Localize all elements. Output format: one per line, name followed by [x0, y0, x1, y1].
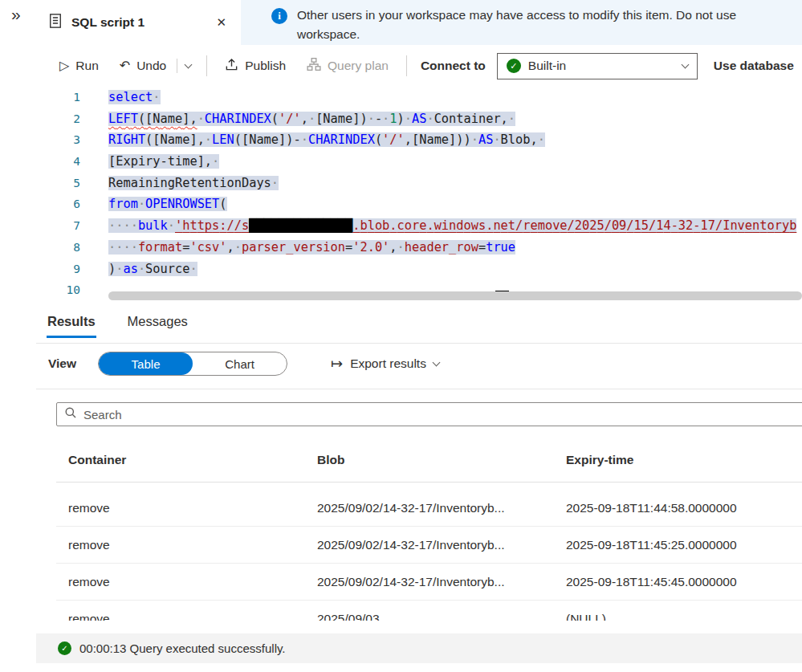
line-number[interactable]: 5 — [36, 173, 80, 194]
chevron-down-icon — [432, 359, 440, 367]
search-icon — [64, 406, 77, 422]
tab-results[interactable]: Results — [47, 307, 96, 338]
use-database-button[interactable]: Use database — [714, 59, 794, 73]
publish-icon — [225, 58, 238, 75]
line-number[interactable]: 7 — [36, 215, 80, 237]
status-bar: ✓ 00:00:13 Query executed successfully. — [36, 633, 802, 663]
line-number[interactable]: 2 — [36, 108, 80, 130]
line-number[interactable]: 9 — [36, 259, 80, 280]
banner-line-2: workspace. — [297, 27, 360, 41]
close-icon[interactable]: ✕ — [213, 14, 230, 31]
main-area: SQL script 1 ✕ i Other users in your wor… — [36, 0, 802, 672]
chevron-down-icon — [681, 61, 689, 69]
code-line[interactable]: 5RemainingRetentionDays· — [36, 173, 802, 194]
table-cell: remove — [56, 538, 305, 552]
export-label: Export results — [350, 356, 426, 371]
results-grid: Container Blob Expiry-time remove2025/09… — [56, 438, 802, 621]
line-number[interactable]: 4 — [36, 151, 80, 173]
success-check-icon: ✓ — [58, 641, 71, 655]
code-line[interactable]: 2LEFT([Name],·CHARINDEX('/',·[Name])·-·1… — [36, 108, 802, 130]
code-line-text: RIGHT([Name],·LEN([Name])-·CHARINDEX('/'… — [80, 129, 545, 151]
table-cell: 2025/09/03 — [305, 612, 554, 621]
run-label: Run — [75, 59, 98, 73]
connection-dropdown[interactable]: ✓ Built-in — [497, 53, 698, 79]
code-line[interactable]: 4[Expiry-time],· — [36, 151, 802, 173]
query-plan-icon — [307, 57, 321, 75]
horizontal-scrollbar[interactable] — [108, 291, 802, 300]
code-line-text: )·as·Source· — [80, 259, 197, 280]
table-cell: remove — [56, 501, 305, 515]
export-icon: ↦ — [331, 355, 343, 373]
code-line-text: select· — [80, 87, 161, 108]
table-row[interactable]: remove2025/09/03(NULL) — [56, 601, 802, 621]
view-label: View — [48, 356, 76, 371]
top-bar: SQL script 1 ✕ i Other users in your wor… — [36, 0, 802, 45]
view-bar: View Table Chart ↦ Export results — [36, 344, 802, 384]
search-box — [56, 402, 802, 426]
query-plan-button[interactable]: Query plan — [296, 51, 399, 80]
undo-label: Undo — [136, 59, 166, 73]
column-header-expiry-time[interactable]: Expiry-time — [554, 453, 802, 467]
line-number[interactable]: 8 — [36, 237, 80, 259]
expand-sidebar-button[interactable]: » — [11, 5, 21, 24]
connected-check-icon: ✓ — [507, 59, 521, 73]
toolbar: ▷ Run ↶ Undo Publish — [36, 45, 802, 87]
publish-button[interactable]: Publish — [214, 51, 296, 80]
code-line-text: LEFT([Name],·CHARINDEX('/',·[Name])·-·1)… — [80, 108, 515, 130]
code-editor[interactable]: 1select·2LEFT([Name],·CHARINDEX('/',·[Na… — [36, 87, 802, 302]
table-cell: 2025-09-18T11:45:45.0000000 — [554, 575, 802, 589]
banner-text: Other users in your workspace may have a… — [297, 6, 736, 44]
column-header-container[interactable]: Container — [56, 453, 305, 467]
tab-sql-script[interactable]: SQL script 1 ✕ — [36, 0, 241, 45]
connect-to-label: Connect to — [421, 59, 486, 73]
toolbar-separator — [406, 55, 407, 76]
search-row — [36, 389, 802, 426]
tab-title: SQL script 1 — [71, 15, 205, 30]
undo-icon: ↶ — [120, 59, 130, 72]
code-line-text: [Expiry-time],· — [80, 151, 219, 173]
run-button[interactable]: ▷ Run — [49, 51, 109, 80]
search-input[interactable] — [83, 408, 802, 422]
info-banner: i Other users in your workspace may have… — [241, 0, 802, 45]
code-line[interactable]: 1select· — [36, 87, 802, 108]
grid-header: Container Blob Expiry-time — [56, 438, 802, 483]
status-message: 00:00:13 Query executed successfully. — [79, 641, 286, 655]
view-table-button[interactable]: Table — [99, 352, 193, 375]
table-row[interactable]: remove2025/09/02/14-32-17/Inventoryb...2… — [56, 490, 802, 527]
table-cell: (NULL) — [554, 612, 802, 621]
code-area: 1select·2LEFT([Name],·CHARINDEX('/',·[Na… — [36, 87, 802, 301]
undo-button[interactable]: ↶ Undo — [109, 51, 177, 80]
connection-value: Built-in — [528, 59, 675, 73]
tab-messages[interactable]: Messages — [127, 307, 189, 338]
view-toggle: Table Chart — [98, 352, 287, 376]
result-tabs: Results Messages — [36, 302, 802, 338]
grid-body: remove2025/09/02/14-32-17/Inventoryb...2… — [56, 483, 802, 621]
code-line[interactable]: 7····bulk·'https://s██████████████.blob.… — [36, 215, 802, 237]
column-header-blob[interactable]: Blob — [305, 453, 554, 467]
script-icon — [47, 13, 63, 32]
code-line[interactable]: 8····format='csv',·parser_version='2.0',… — [36, 237, 802, 259]
code-line-text: ····format='csv',·parser_version='2.0',·… — [80, 237, 515, 259]
code-line-text — [80, 279, 108, 301]
line-number[interactable]: 3 — [36, 129, 80, 151]
line-number[interactable]: 10 — [36, 279, 80, 301]
table-cell: 2025/09/02/14-32-17/Inventoryb... — [305, 538, 554, 552]
chevron-down-icon — [185, 61, 193, 69]
info-icon: i — [271, 8, 287, 24]
table-cell: remove — [56, 612, 305, 621]
code-line-text: from·OPENROWSET( — [80, 193, 227, 215]
line-number[interactable]: 6 — [36, 193, 80, 215]
table-row[interactable]: remove2025/09/02/14-32-17/Inventoryb...2… — [56, 527, 802, 564]
code-line[interactable]: 9)·as·Source· — [36, 259, 802, 280]
query-plan-label: Query plan — [328, 59, 389, 73]
line-number[interactable]: 1 — [36, 87, 80, 108]
undo-menu-button[interactable] — [177, 51, 199, 80]
code-line[interactable]: 6from·OPENROWSET( — [36, 193, 802, 215]
code-line[interactable]: 3RIGHT([Name],·LEN([Name])-·CHARINDEX('/… — [36, 129, 802, 151]
run-icon: ▷ — [59, 59, 69, 72]
code-line-text: RemainingRetentionDays· — [80, 173, 279, 194]
table-row[interactable]: remove2025/09/02/14-32-17/Inventoryb...2… — [56, 564, 802, 601]
table-cell: remove — [56, 575, 305, 589]
export-results-button[interactable]: ↦ Export results — [331, 355, 439, 373]
view-chart-button[interactable]: Chart — [193, 352, 287, 375]
